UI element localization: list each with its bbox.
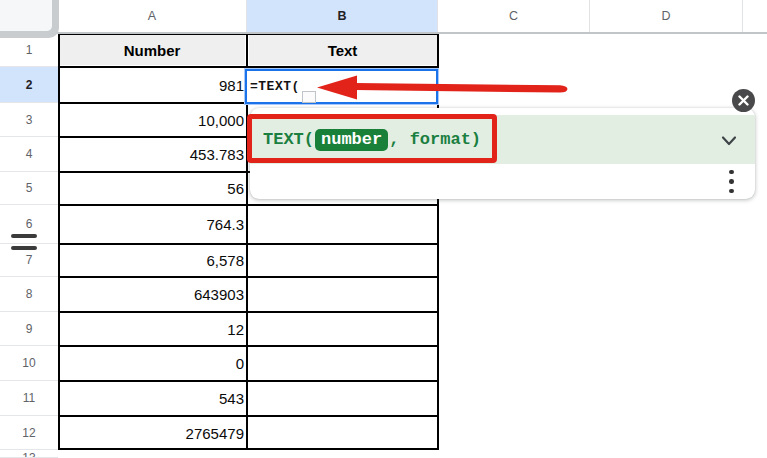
row-header-12[interactable]: 12	[0, 416, 58, 450]
annotation-rectangle	[247, 114, 497, 163]
cell-A4[interactable]: 453.783	[58, 137, 244, 172]
cell-A3[interactable]: 10,000	[58, 103, 244, 137]
formula-text: =TEXT(	[247, 79, 300, 94]
row-header-1[interactable]: 1	[0, 33, 58, 67]
row-header-4[interactable]: 4	[0, 137, 58, 172]
hidden-rows-indicator-top-bar[interactable]	[11, 234, 37, 238]
spreadsheet-canvas: ABCD 12345678910111213 Number Text 98110…	[0, 0, 767, 458]
row-header-8[interactable]: 8	[0, 277, 58, 312]
row-header-5[interactable]: 5	[0, 172, 58, 205]
cell-A1[interactable]: Number	[58, 33, 246, 67]
chevron-down-icon[interactable]	[720, 133, 738, 151]
row-header-3[interactable]: 3	[0, 103, 58, 137]
kebab-icon[interactable]	[729, 170, 734, 194]
row-header-13[interactable]: 13	[0, 450, 58, 458]
close-icon[interactable]	[732, 89, 755, 112]
cell-B1[interactable]: Text	[247, 33, 438, 67]
cell-A10[interactable]: 0	[58, 346, 244, 381]
cell-A9[interactable]: 12	[58, 312, 244, 346]
cell-A11[interactable]: 543	[58, 381, 244, 416]
cell-A2[interactable]: 981	[58, 67, 244, 103]
row-header-2[interactable]: 2	[0, 67, 58, 103]
cell-A8[interactable]: 643903	[58, 277, 244, 312]
column-header-A[interactable]: A	[58, 0, 247, 32]
select-all-corner-face[interactable]	[0, 0, 52, 31]
popup-footer-row	[250, 164, 755, 199]
column-header-D[interactable]: D	[590, 0, 743, 32]
row-header-11[interactable]: 11	[0, 381, 58, 416]
cell-A5[interactable]: 56	[58, 172, 244, 205]
column-header-B[interactable]: B	[247, 0, 438, 32]
annotation-arrow	[310, 68, 572, 108]
column-header-C[interactable]: C	[438, 0, 590, 32]
cell-A6[interactable]: 764.3	[58, 205, 244, 244]
cell-A7[interactable]: 6,578	[58, 244, 244, 277]
row-header-9[interactable]: 9	[0, 312, 58, 346]
cell-A12[interactable]: 2765479	[58, 416, 244, 450]
hidden-rows-indicator-bottom-bar[interactable]	[11, 246, 37, 250]
row-header-10[interactable]: 10	[0, 346, 58, 381]
row-header-6[interactable]: 6	[0, 205, 58, 244]
